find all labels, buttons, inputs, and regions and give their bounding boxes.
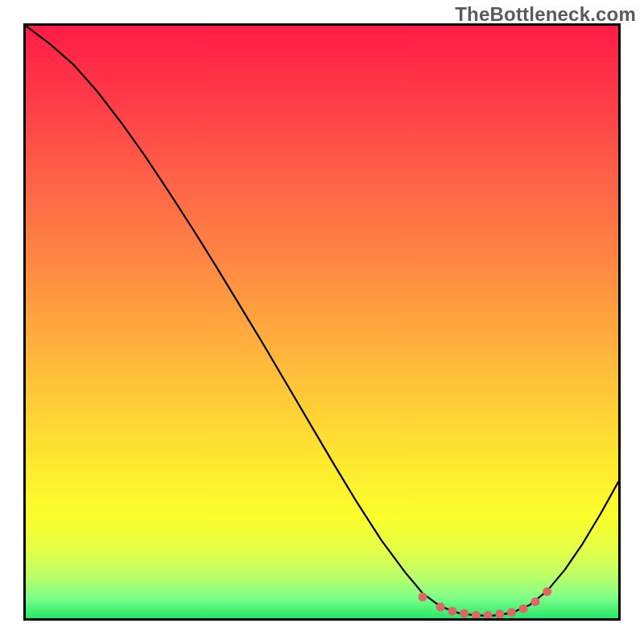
curve-layer (26, 26, 618, 618)
marker-dot (436, 603, 445, 612)
marker-dot (519, 605, 528, 613)
highlight-markers (419, 587, 552, 618)
marker-dot (460, 609, 469, 618)
marker-dot (543, 587, 551, 596)
marker-dot (507, 608, 516, 617)
marker-dot (448, 607, 456, 616)
marker-dot (419, 592, 427, 601)
marker-dot (484, 611, 493, 618)
marker-dot (495, 609, 504, 618)
plot-area (23, 23, 621, 621)
watermark-text: TheBottleneck.com (455, 3, 636, 26)
marker-dot (530, 597, 539, 606)
bottleneck-curve (26, 26, 618, 616)
marker-dot (472, 611, 481, 618)
chart-frame: TheBottleneck.com (0, 0, 644, 644)
